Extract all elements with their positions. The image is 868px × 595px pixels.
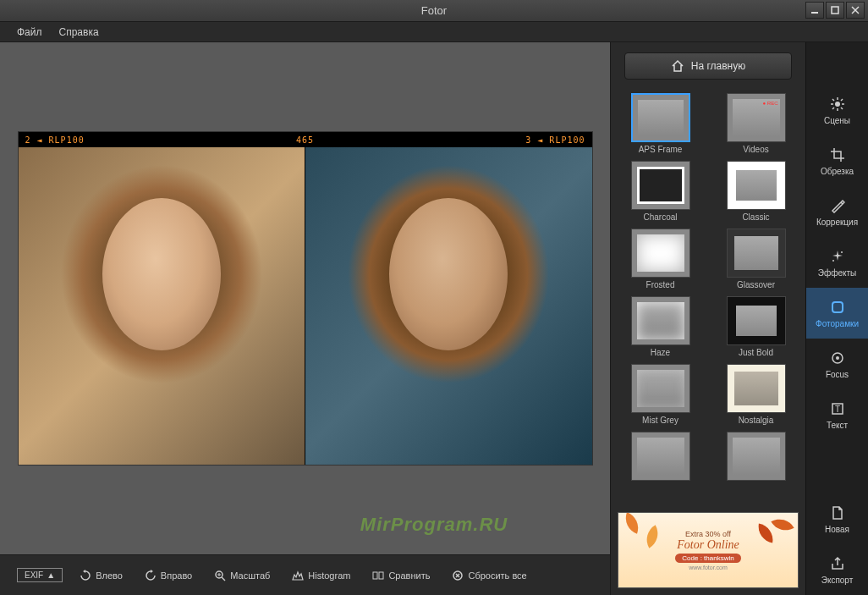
frame-label: Classic [742,212,769,222]
zoom-button[interactable]: Масштаб [209,566,275,585]
frame-thumb [631,364,690,413]
promo-url: www.fotor.com [689,565,728,570]
frame-thumb [727,161,786,210]
menu-file[interactable]: Файл [8,26,51,38]
reset-button[interactable]: Сбросить все [447,566,531,585]
frame-item-glassover[interactable]: Glassover [713,229,799,289]
frame-thumb [631,229,690,278]
maximize-button[interactable] [826,2,844,19]
frames-icon [829,299,846,316]
frame-thumb [631,93,690,142]
frame-label: Glassover [737,280,775,289]
zoom-icon [214,570,226,581]
correction-icon [829,197,846,214]
frame-thumb [727,296,786,345]
svg-rect-1 [832,7,838,14]
film-label-center: 465 [296,135,314,145]
side-tools: СценыОбрезкаКоррекцияЭффектыФоторамкиFoc… [805,42,868,595]
menu-help[interactable]: Справка [51,26,107,38]
new-icon [829,504,846,521]
side-tool-focus[interactable]: Focus [806,339,868,389]
side-tool-label: Обрезка [821,167,854,176]
svg-line-19 [841,99,843,101]
reset-icon [452,570,464,581]
promo-code: Code : thankswin [675,554,740,563]
side-tool-scenes[interactable]: Сцены [806,85,868,135]
side-tool-label: Коррекция [816,218,858,227]
canvas-area: 2 ◄ RLP100 465 3 ◄ RLP100 EXIF ▲ Влево В… [0,42,610,595]
side-tool-new[interactable]: Новая [806,493,868,544]
frame-item-videos[interactable]: Videos [713,93,799,154]
rotate-left-button[interactable]: Влево [74,566,128,585]
svg-line-17 [841,107,843,109]
frame-item-classic[interactable]: Classic [713,161,799,222]
side-tool-crop[interactable]: Обрезка [806,135,868,186]
frame-label: Just Bold [739,348,773,357]
promo-title: Fotor Online [677,538,739,552]
focus-icon [829,350,846,366]
minimize-button[interactable] [805,2,824,19]
window-title: Fotor [421,4,447,17]
text-icon: T [829,400,846,417]
svg-line-16 [832,99,834,101]
frame-item-aps[interactable]: APS Frame [618,93,703,154]
chevron-up-icon: ▲ [47,570,55,580]
svg-point-21 [832,260,834,262]
frame-item-extra2[interactable] [713,432,799,483]
svg-point-20 [841,251,843,253]
home-icon [671,59,684,73]
frame-item-nostalgia[interactable]: Nostalgia [713,364,799,425]
side-tool-label: Focus [826,370,849,379]
side-tool-label: Текст [827,421,848,430]
menubar: Файл Справка [0,22,868,42]
frame-item-extra1[interactable] [618,432,703,483]
svg-rect-8 [373,572,377,579]
close-button[interactable] [846,2,865,19]
frame-label: Videos [743,145,768,154]
frame-thumb [631,432,690,481]
film-label-right: 3 ◄ RLP100 [525,135,585,145]
frame-thumb [631,161,690,210]
side-tool-label: Новая [825,525,849,534]
frame-item-justbold[interactable]: Just Bold [713,296,799,357]
rotate-right-button[interactable]: Вправо [140,566,197,585]
frames-grid[interactable]: APS FrameVideosCharcoalClassicFrostedGla… [611,90,805,505]
frame-item-haze[interactable]: Haze [618,296,703,357]
frame-thumb [727,93,786,142]
photo-original [19,147,305,465]
photo-edited [305,147,592,465]
photo-preview: 2 ◄ RLP100 465 3 ◄ RLP100 [18,131,593,466]
side-tool-export[interactable]: Экспорт [806,544,868,595]
compare-button[interactable]: Сравнить [367,566,435,585]
frame-item-frosted[interactable]: Frosted [618,229,703,289]
frame-item-mistgrey[interactable]: Mist Grey [618,364,703,425]
frame-thumb [631,296,690,345]
svg-rect-9 [379,572,383,579]
side-tool-label: Сцены [824,116,850,125]
svg-line-5 [222,577,225,581]
svg-point-24 [836,356,839,360]
side-tool-label: Экспорт [821,576,854,585]
frame-label: Charcoal [643,212,677,222]
side-tool-effects[interactable]: Эффекты [806,237,868,288]
compare-icon [372,570,384,581]
promo-banner[interactable]: Extra 30% off Fotor Online Code : thanks… [618,512,799,588]
frame-label: Haze [651,348,670,357]
histogram-button[interactable]: Histogram [287,566,355,585]
window-controls [805,2,865,19]
effects-icon [829,248,846,265]
svg-point-11 [835,102,840,107]
rotate-right-icon [145,570,157,581]
frame-thumb [727,229,786,278]
export-icon [829,555,846,572]
side-tool-text[interactable]: TТекст [806,389,868,440]
svg-rect-22 [832,302,843,312]
side-tool-correction[interactable]: Коррекция [806,186,868,237]
frame-item-charcoal[interactable]: Charcoal [618,161,703,222]
exif-button[interactable]: EXIF ▲ [17,568,63,582]
side-tool-frames[interactable]: Фоторамки [806,288,868,339]
frame-label: Nostalgia [739,416,774,425]
right-panel: На главную APS FrameVideosCharcoalClassi… [610,42,868,595]
home-button[interactable]: На главную [624,52,792,80]
frame-thumb [727,432,786,481]
